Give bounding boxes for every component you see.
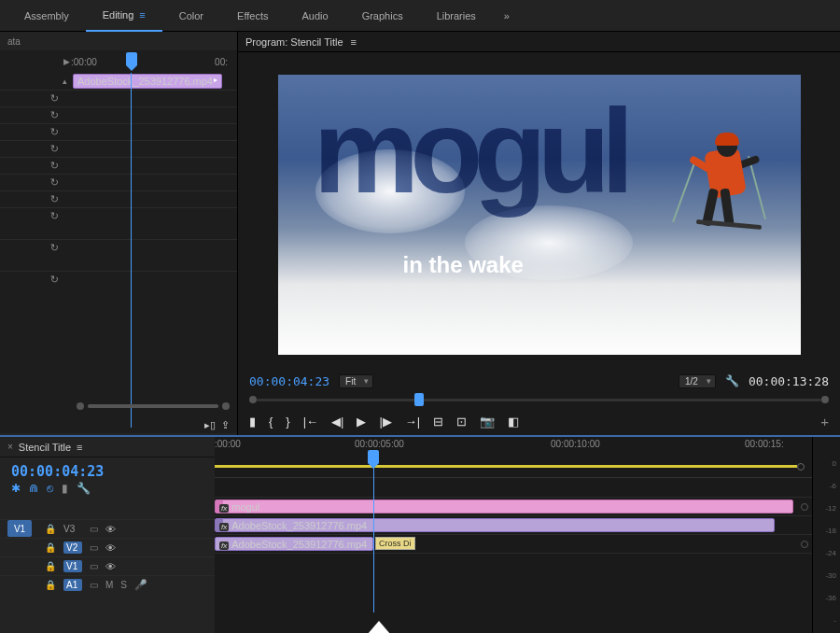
tab-editing[interactable]: Editing≡: [86, 0, 162, 32]
track-header-v2[interactable]: 🔒 V2 ▭ 👁: [0, 538, 215, 556]
tab-graphics[interactable]: Graphics: [345, 0, 420, 32]
sync-lock-icon[interactable]: ▭: [90, 524, 98, 534]
track-v3[interactable]: fxmogul: [215, 497, 812, 515]
mic-icon[interactable]: 🎤: [134, 579, 147, 591]
fx-badge: fx: [219, 523, 229, 531]
step-back-icon[interactable]: ◀|: [331, 415, 343, 429]
history-row[interactable]: ↺: [0, 90, 237, 106]
timeline-timecode[interactable]: 00:00:04:23: [0, 457, 215, 482]
export-frame-icon[interactable]: 📷: [480, 415, 495, 429]
track-label-v1[interactable]: V1: [63, 560, 82, 572]
source-patch-v1[interactable]: V1: [7, 520, 32, 537]
comparison-icon[interactable]: ◧: [508, 415, 519, 429]
go-to-in-icon[interactable]: |←: [303, 415, 318, 429]
work-area-bar[interactable]: [215, 465, 797, 468]
lock-icon[interactable]: 🔒: [45, 561, 56, 571]
lift-icon[interactable]: ⊟: [433, 415, 443, 429]
scroll-thumb[interactable]: [88, 404, 218, 408]
scroll-handle[interactable]: [801, 541, 808, 548]
history-row[interactable]: ↺: [0, 239, 237, 256]
magnet-icon[interactable]: ⋒: [29, 482, 38, 495]
scroll-handle-left[interactable]: [249, 396, 257, 403]
source-clip-row: ▴ AdobeStock_253912776.mp4▸: [0, 73, 237, 90]
tab-audio[interactable]: Audio: [285, 0, 344, 32]
source-clip[interactable]: AdobeStock_253912776.mp4▸: [73, 74, 222, 89]
history-row[interactable]: ↺: [0, 190, 237, 207]
export-icon[interactable]: ⇪: [221, 419, 230, 431]
scroll-handle-right[interactable]: [821, 396, 829, 403]
source-footer-icons: ▸▯ ⇪: [204, 419, 230, 431]
source-ruler[interactable]: ▶ :00:00 00:: [0, 50, 237, 73]
eye-icon[interactable]: 👁: [105, 524, 116, 535]
history-row[interactable]: ↺: [0, 157, 237, 174]
new-item-icon[interactable]: ▸▯: [204, 419, 216, 431]
mark-in-icon[interactable]: {: [269, 415, 273, 429]
track-header-a1[interactable]: 🔒 A1 ▭ M S 🎤: [0, 575, 215, 594]
lock-icon[interactable]: 🔒: [45, 542, 56, 553]
scroll-handle[interactable]: [801, 503, 808, 511]
program-monitor[interactable]: mogul in the wake: [238, 52, 840, 370]
snap-icon[interactable]: ✱: [11, 482, 21, 495]
history-row[interactable]: ↺: [0, 174, 237, 190]
tab-assembly[interactable]: Assembly: [7, 0, 86, 32]
program-scrubber[interactable]: [238, 392, 840, 407]
history-row[interactable]: ↺: [0, 106, 237, 123]
solo-button[interactable]: S: [120, 580, 127, 590]
history-row[interactable]: ↺: [0, 140, 237, 157]
fit-dropdown[interactable]: Fit: [339, 374, 373, 388]
eye-icon[interactable]: 👁: [105, 561, 116, 572]
mute-button[interactable]: M: [105, 580, 113, 590]
track-v2[interactable]: fxAdobeStock_253912776.mp4: [215, 515, 812, 534]
sync-lock-icon[interactable]: ▭: [90, 580, 98, 590]
program-playhead-marker[interactable]: [414, 393, 424, 406]
settings-icon[interactable]: 🔧: [725, 374, 739, 387]
extract-icon[interactable]: ⊡: [456, 415, 467, 429]
tab-color[interactable]: Color: [162, 0, 220, 32]
track-header-v1[interactable]: V1 🔒 V1 ▭ 👁: [0, 556, 215, 575]
source-scrollbar[interactable]: [77, 401, 230, 411]
track-label-a1[interactable]: A1: [63, 579, 82, 591]
chevron-up-icon[interactable]: ▴: [0, 77, 73, 86]
timeline-ruler[interactable]: :00:00 00:00:05:00 00:00:10:00 00:00:15:: [215, 437, 812, 478]
tab-libraries[interactable]: Libraries: [420, 0, 493, 32]
button-editor-icon[interactable]: +: [820, 414, 829, 429]
go-to-out-icon[interactable]: →|: [405, 415, 420, 429]
timeline-playhead[interactable]: [368, 450, 379, 463]
marker-icon[interactable]: ▮: [62, 482, 68, 495]
menu-icon[interactable]: ≡: [351, 36, 357, 48]
clip-v3[interactable]: fxmogul: [215, 499, 793, 513]
history-row[interactable]: ↺: [0, 123, 237, 140]
scroll-handle[interactable]: [797, 463, 805, 471]
lock-icon[interactable]: 🔒: [45, 524, 56, 534]
resolution-dropdown[interactable]: 1/2: [679, 374, 716, 388]
tab-effects[interactable]: Effects: [220, 0, 285, 32]
eye-icon[interactable]: 👁: [105, 542, 116, 554]
scroll-handle-left[interactable]: [77, 402, 84, 410]
track-v1[interactable]: fxAdobeStock_253912776.mp4: [215, 534, 812, 553]
track-label-v2[interactable]: V2: [63, 542, 82, 554]
menu-icon[interactable]: ≡: [77, 442, 82, 453]
history-row[interactable]: ↺: [0, 207, 237, 224]
sequence-tab[interactable]: Stencil Title: [19, 442, 71, 453]
mark-out-icon[interactable]: }: [286, 415, 289, 429]
track-a1[interactable]: [215, 553, 812, 571]
lock-icon[interactable]: 🔒: [45, 580, 56, 590]
source-playhead[interactable]: [126, 52, 137, 65]
track-header-v3[interactable]: 🔒 V3 ▭ 👁: [0, 519, 215, 538]
close-icon[interactable]: ×: [7, 442, 13, 452]
history-row[interactable]: ↺: [0, 271, 237, 288]
add-marker-icon[interactable]: ▮: [249, 415, 256, 429]
clip-v1[interactable]: fxAdobeStock_253912776.mp4: [215, 537, 373, 551]
sync-lock-icon[interactable]: ▭: [90, 542, 98, 553]
wrench-icon[interactable]: 🔧: [77, 482, 91, 495]
sync-lock-icon[interactable]: ▭: [90, 561, 98, 571]
timecode-current[interactable]: 00:00:04:23: [249, 374, 329, 388]
step-forward-icon[interactable]: |▶: [379, 415, 391, 429]
overflow-icon[interactable]: »: [504, 10, 510, 21]
clip-v2[interactable]: fxAdobeStock_253912776.mp4: [215, 518, 775, 532]
play-icon[interactable]: ▶: [357, 415, 366, 429]
scroll-handle-right[interactable]: [222, 402, 230, 410]
playhead-line: [373, 463, 374, 612]
timeline-tracks[interactable]: :00:00 00:00:05:00 00:00:10:00 00:00:15:…: [215, 437, 812, 633]
linked-selection-icon[interactable]: ⎋: [47, 482, 53, 495]
